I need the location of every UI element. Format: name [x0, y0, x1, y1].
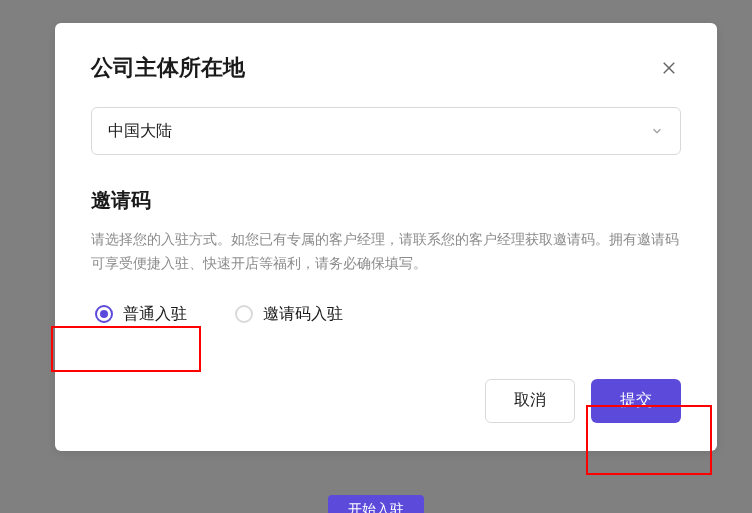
cancel-button[interactable]: 取消 — [485, 379, 575, 423]
cancel-button-label: 取消 — [514, 390, 546, 411]
close-button[interactable] — [657, 56, 681, 80]
submit-button[interactable]: 提交 — [591, 379, 681, 423]
submit-button-label: 提交 — [620, 390, 652, 411]
radio-inner-dot — [100, 310, 108, 318]
invite-section-description: 请选择您的入驻方式。如您已有专属的客户经理，请联系您的客户经理获取邀请码。拥有邀… — [91, 228, 681, 276]
close-icon — [660, 59, 678, 77]
background-start-button: 开始入驻 — [328, 495, 424, 513]
radio-regular-registration[interactable]: 普通入驻 — [91, 298, 191, 331]
invite-section-title: 邀请码 — [91, 187, 681, 214]
radio-regular-label: 普通入驻 — [123, 304, 187, 325]
registration-type-radio-group: 普通入驻 邀请码入驻 — [91, 298, 681, 331]
modal-title: 公司主体所在地 — [91, 53, 245, 83]
radio-indicator — [235, 305, 253, 323]
location-select[interactable]: 中国大陆 — [91, 107, 681, 155]
radio-indicator — [95, 305, 113, 323]
radio-invite-code-label: 邀请码入驻 — [263, 304, 343, 325]
background-button-label: 开始入驻 — [348, 501, 404, 513]
modal-dialog: 公司主体所在地 中国大陆 邀请码 请选择您的入驻方式。如您已有专属的客户经理，请… — [55, 23, 717, 451]
location-select-value: 中国大陆 — [108, 121, 172, 142]
chevron-down-icon — [650, 124, 664, 138]
location-select-wrapper: 中国大陆 — [91, 107, 681, 155]
modal-footer: 取消 提交 — [91, 379, 681, 423]
modal-header: 公司主体所在地 — [91, 53, 681, 83]
radio-invite-code-registration[interactable]: 邀请码入驻 — [231, 298, 347, 331]
